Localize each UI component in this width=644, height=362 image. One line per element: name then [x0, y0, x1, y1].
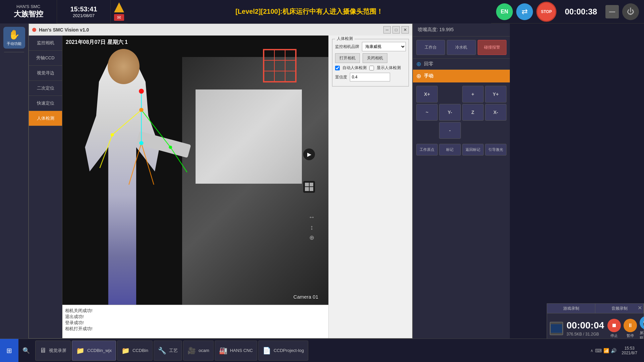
window-minimize-button[interactable]: ─ — [383, 26, 391, 34]
window-dot-icon — [32, 28, 36, 32]
recording-timer: 00:00:04 — [567, 320, 604, 331]
show-detect-checkbox[interactable] — [369, 66, 374, 70]
manual-function-button[interactable]: ✋ 手动功能 — [3, 27, 25, 49]
x-plus-button[interactable]: X+ — [416, 86, 438, 103]
svg-line-5 — [100, 135, 112, 168]
recording-panel: ✕ 游戏录制 音频录制 00:00:04 376.5KB / 31.2GB ⏹ … — [547, 303, 644, 339]
screen-capture-button[interactable]: 📷 屏幕捕获 — [640, 316, 644, 341]
manual-row[interactable]: ⊕ 手动 — [413, 70, 510, 82]
tool-icon: 🔧 — [158, 347, 166, 355]
hand-icon: ✋ — [8, 29, 20, 40]
left-sidebar: ✋ 手动功能 — [0, 23, 29, 339]
taskbar-item-ocam[interactable]: 🎥 ocam — [183, 341, 214, 361]
vision-window-title: Han's SMC Vision v1.0 — [39, 27, 381, 33]
nav-item-camera-monitor[interactable]: 监控相机 — [29, 36, 62, 51]
collision-alarm-button[interactable]: 碰撞报警 — [478, 40, 506, 55]
taskbar-item-ccdbin[interactable]: 📁 CCDBin — [117, 341, 153, 361]
window-controls: ─ □ ✕ — [383, 26, 409, 34]
y-plus-button[interactable]: Y+ — [485, 86, 506, 103]
vision-window: Han's SMC Vision v1.0 ─ □ ✕ 监控相机 旁轴CCD 视… — [29, 23, 413, 339]
show-detect-label: 显示人体检测 — [377, 65, 401, 71]
window-maximize-button[interactable]: □ — [392, 26, 400, 34]
recording-panel-close[interactable]: ✕ — [638, 305, 642, 311]
game-record-tab[interactable]: 游戏录制 — [547, 304, 595, 313]
detection-group-label: 人体检测 — [335, 36, 355, 42]
grid-cell — [310, 187, 314, 191]
svg-line-6 — [170, 147, 187, 172]
pan-left-right-icon[interactable]: ↔ — [308, 213, 315, 221]
guide-laser-button[interactable]: 引导激光 — [485, 144, 506, 156]
taskbar-item-ccdproject-log[interactable]: 📄 CCDProject-log — [258, 341, 308, 361]
current-time: 15:53:41 — [70, 5, 97, 13]
taskbar-item-ccdbinwjx[interactable]: 📁 CCDBin_wjx — [72, 341, 116, 361]
manual-mode-icon: ⊕ — [416, 72, 421, 80]
z-button[interactable]: Z — [462, 104, 484, 121]
work-origin-button[interactable]: 工作原点 — [416, 144, 438, 156]
vision-titlebar: Han's SMC Vision v1.0 ─ □ ✕ — [29, 24, 412, 36]
system-tray-time: 15:53 2021/8/7 — [618, 346, 641, 355]
grid-cell — [310, 183, 314, 187]
nav-item-quick-locate[interactable]: 快速定位 — [29, 96, 62, 111]
taskbar-item-hans-cnc[interactable]: 🏭 HANS CNC — [215, 341, 257, 361]
camera-brand-row: 监控相机品牌 海康威视 — [335, 42, 406, 51]
stop-label: 停止 — [610, 333, 618, 338]
main-control-buttons: 工作台 冷水机 碰撞报警 — [413, 37, 510, 58]
worktable-button[interactable]: 工作台 — [416, 40, 445, 55]
datetime-area: 15:53:41 2021/08/07 — [57, 0, 111, 23]
current-date: 2021/08/07 — [73, 13, 95, 18]
taskbar-arrow-icon: ∧ — [590, 348, 593, 353]
mark-button[interactable]: 标记 — [439, 144, 461, 156]
audio-record-tab[interactable]: 音频录制 — [595, 304, 644, 313]
auto-detect-checkbox[interactable] — [335, 66, 340, 70]
elapsed-timer: 00:00:38 — [560, 7, 602, 16]
empty-cell-1 — [439, 86, 461, 103]
confidence-input[interactable] — [350, 73, 390, 81]
return-zero-row[interactable]: ⊕ 回零 — [413, 58, 510, 70]
start-button[interactable]: ⊞ — [0, 339, 18, 362]
pan-up-down-icon[interactable]: ↕ — [310, 224, 313, 231]
minus-button[interactable]: - — [439, 122, 461, 139]
nozzle-height-value: 19.995 — [439, 27, 454, 32]
close-camera-button[interactable]: 关闭相机 — [363, 53, 387, 63]
top-bar: HAN'S SMC 大族智控 15:53:41 2021/08/07 ✉ [Le… — [0, 0, 644, 23]
pause-recording-button[interactable]: ⏸ 暂停 — [624, 319, 637, 338]
stop-button[interactable]: STOP — [536, 2, 556, 22]
stop-recording-button[interactable]: ⏹ 停止 — [607, 319, 621, 338]
camera-view: ▶ ↔ ↕ ⊕ — [62, 36, 328, 305]
log-line-3: 登录成功! — [65, 320, 326, 326]
taskbar-item-gongyi[interactable]: 🔧 工艺 — [154, 341, 182, 361]
y-minus-button[interactable]: Y- — [439, 104, 461, 121]
det-cell — [264, 71, 274, 81]
svg-line-3 — [129, 143, 141, 185]
camera-brand-select[interactable]: 海康威视 — [362, 42, 406, 51]
return-mark-button[interactable]: 返回标记 — [462, 144, 484, 156]
det-cell — [264, 50, 274, 60]
x-minus-button[interactable]: X- — [485, 104, 506, 121]
nav-item-second-locate[interactable]: 二次定位 — [29, 81, 62, 96]
pan-arrows-icon[interactable]: ⊕ — [309, 234, 314, 241]
nav-item-vision-edge[interactable]: 视觉寻边 — [29, 66, 62, 81]
factory-icon: 🏭 — [219, 347, 227, 355]
folder-icon-1: 📁 — [76, 347, 85, 355]
minimize-button[interactable]: — — [605, 5, 619, 18]
alert-bar: [Level2][2100]:机床运行中有人进入摄像头范围！ — [127, 0, 491, 23]
logo-subtitle: HAN'S SMC — [16, 4, 40, 9]
nozzle-height-label: 喷嘴高度: — [418, 27, 438, 32]
power-button[interactable]: ⏻ — [622, 3, 639, 20]
taskbar-item-vision-screen[interactable]: 🖥 视觉录屏 — [35, 341, 71, 361]
monitor-screen — [550, 324, 562, 333]
detection-settings-panel: 人体检测 监控相机品牌 海康威视 打开相机 关闭相机 自动人体检测 — [328, 36, 412, 338]
switch-button[interactable]: ⇄ — [516, 3, 533, 20]
auto-detect-row: 自动人体检测 显示人体检测 — [335, 65, 406, 71]
water-cooler-button[interactable]: 冷水机 — [447, 40, 476, 55]
tilde-button[interactable]: ~ — [416, 104, 438, 121]
window-close-button[interactable]: ✕ — [401, 26, 409, 34]
auto-detect-label: 自动人体检测 — [342, 65, 367, 71]
language-switch-button[interactable]: EN — [496, 3, 513, 20]
nav-item-human-detect[interactable]: 人体检测 — [29, 111, 62, 126]
open-camera-button[interactable]: 打开相机 — [335, 53, 360, 63]
nav-item-side-ccd[interactable]: 旁轴CCD — [29, 51, 62, 66]
search-button[interactable]: 🔍 — [18, 339, 34, 362]
grid-view-button[interactable] — [303, 181, 315, 193]
plus-button[interactable]: + — [462, 86, 484, 103]
